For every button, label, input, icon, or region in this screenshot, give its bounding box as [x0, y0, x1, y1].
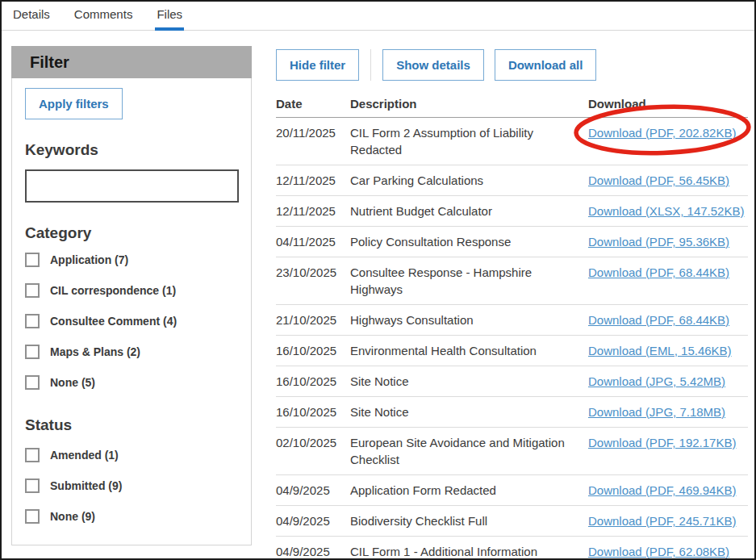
column-header-download: Download: [588, 97, 748, 111]
file-description: Environmental Health Consultation: [350, 342, 588, 359]
download-all-button[interactable]: Download all: [495, 49, 597, 81]
filter-panel-title: Filter: [11, 46, 252, 78]
table-row: 04/9/2025 Biodiversity Checklist Full Do…: [276, 506, 748, 537]
download-link[interactable]: Download (PDF, 68.44KB): [588, 313, 729, 327]
file-description: Nutrient Budget Calculator: [350, 203, 588, 219]
files-table-body: 20/11/2025 CIL Form 2 Assumption of Liab…: [276, 118, 748, 560]
file-date: 16/10/2025: [276, 342, 350, 359]
checkbox-application-7[interactable]: Application (7): [25, 253, 239, 267]
download-link[interactable]: Download (PDF, 95.36KB): [588, 235, 729, 249]
file-date: 12/11/2025: [276, 203, 350, 219]
download-link[interactable]: Download (PDF, 62.08KB): [588, 545, 729, 558]
tab-files[interactable]: Files: [155, 7, 184, 31]
toolbar-divider: [370, 49, 371, 81]
checkbox-icon[interactable]: [25, 509, 40, 524]
filter-panel-body: Apply filters Keywords Category Applicat…: [11, 78, 252, 545]
download-link[interactable]: Download (JPG, 7.18MB): [588, 405, 725, 419]
table-row: 23/10/2025 Consultee Response - Hampshir…: [276, 257, 748, 305]
column-header-description: Description: [350, 97, 588, 111]
table-header-row: Date Description Download: [276, 97, 748, 118]
table-row: 12/11/2025 Car Parking Calculations Down…: [276, 165, 748, 196]
tab-bar: DetailsCommentsFiles: [2, 2, 754, 31]
file-date: 12/11/2025: [276, 172, 350, 189]
download-link[interactable]: Download (PDF, 202.82KB): [588, 126, 736, 140]
file-date: 04/9/2025: [276, 512, 350, 529]
table-row: 16/10/2025 Site Notice Download (JPG, 5.…: [276, 366, 748, 397]
file-date: 04/9/2025: [276, 543, 350, 560]
download-link[interactable]: Download (PDF, 68.44KB): [588, 265, 729, 279]
file-date: 04/9/2025: [276, 482, 350, 499]
checkbox-none-5[interactable]: None (5): [25, 375, 239, 390]
tab-details[interactable]: Details: [11, 7, 52, 31]
download-link[interactable]: Download (PDF, 56.45KB): [588, 173, 729, 187]
download-link[interactable]: Download (PDF, 192.17KB): [588, 436, 736, 449]
keywords-input[interactable]: [25, 169, 239, 203]
checkbox-option-label: CIL correspondence (1): [50, 284, 176, 297]
download-link[interactable]: Download (PDF, 245.71KB): [588, 514, 736, 528]
file-description: Consultee Response - Hampshire Highways: [350, 264, 588, 298]
file-description: Site Notice: [350, 373, 588, 390]
tab-comments[interactable]: Comments: [73, 7, 135, 31]
column-header-date: Date: [276, 97, 350, 111]
file-date: 04/11/2025: [276, 233, 350, 250]
download-link[interactable]: Download (EML, 15.46KB): [588, 344, 732, 357]
file-date: 16/10/2025: [276, 373, 350, 390]
file-date: 02/10/2025: [276, 434, 350, 468]
checkbox-amended-1[interactable]: Amended (1): [25, 448, 239, 462]
file-date: 16/10/2025: [276, 403, 350, 420]
checkbox-none-9[interactable]: None (9): [25, 509, 239, 524]
table-row: 20/11/2025 CIL Form 2 Assumption of Liab…: [276, 118, 748, 165]
file-description: Car Parking Calculations: [350, 172, 588, 189]
checkbox-submitted-9[interactable]: Submitted (9): [25, 479, 239, 493]
apply-filters-button[interactable]: Apply filters: [25, 88, 123, 119]
file-date: 21/10/2025: [276, 311, 350, 328]
file-description: Policy Consultation Response: [350, 233, 588, 250]
file-description: CIL Form 1 - Additional Information: [350, 543, 588, 560]
checkbox-icon[interactable]: [25, 314, 40, 328]
status-options: Amended (1) Submitted (9) None (9): [25, 448, 239, 524]
file-description: European Site Avoidance and Mitigation C…: [350, 434, 588, 468]
table-row: 02/10/2025 European Site Avoidance and M…: [276, 428, 748, 475]
table-row: 21/10/2025 Highways Consultation Downloa…: [276, 305, 748, 336]
checkbox-option-label: None (5): [50, 376, 95, 389]
table-row: 04/11/2025 Policy Consultation Response …: [276, 227, 748, 257]
category-label: Category: [25, 224, 239, 242]
show-details-button[interactable]: Show details: [382, 49, 484, 81]
file-date: 20/11/2025: [276, 124, 350, 158]
checkbox-maps-plans-2[interactable]: Maps & Plans (2): [25, 345, 239, 359]
file-description: Biodiversity Checklist Full: [350, 512, 588, 529]
checkbox-option-label: Submitted (9): [50, 479, 122, 492]
page-content: Filter Apply filters Keywords Category A…: [2, 31, 754, 560]
category-options: Application (7) CIL correspondence (1) C…: [25, 253, 239, 390]
hide-filter-button[interactable]: Hide filter: [276, 49, 359, 81]
table-row: 16/10/2025 Site Notice Download (JPG, 7.…: [276, 397, 748, 428]
download-link[interactable]: Download (JPG, 5.42MB): [588, 374, 725, 388]
checkbox-option-label: Consultee Comment (4): [50, 315, 177, 328]
checkbox-icon[interactable]: [25, 448, 40, 462]
keywords-label: Keywords: [25, 141, 239, 159]
checkbox-icon[interactable]: [25, 375, 40, 390]
checkbox-cil-correspondence-1[interactable]: CIL correspondence (1): [25, 283, 239, 298]
checkbox-icon[interactable]: [25, 345, 40, 359]
file-description: CIL Form 2 Assumption of Liability Redac…: [350, 124, 588, 158]
file-description: Site Notice: [350, 403, 588, 420]
checkbox-option-label: None (9): [50, 510, 95, 523]
table-row: 12/11/2025 Nutrient Budget Calculator Do…: [276, 196, 748, 227]
filter-panel: Filter Apply filters Keywords Category A…: [11, 46, 252, 560]
checkbox-icon[interactable]: [25, 479, 40, 493]
files-page: DetailsCommentsFiles Filter Apply filter…: [0, 0, 756, 560]
file-date: 23/10/2025: [276, 264, 350, 298]
file-description: Highways Consultation: [350, 311, 588, 328]
table-row: 04/9/2025 Application Form Redacted Down…: [276, 475, 748, 506]
download-link[interactable]: Download (PDF, 469.94KB): [588, 483, 736, 497]
status-label: Status: [25, 416, 239, 434]
checkbox-option-label: Application (7): [50, 253, 128, 266]
checkbox-icon[interactable]: [25, 283, 40, 298]
file-description: Application Form Redacted: [350, 482, 588, 499]
checkbox-consultee-comment-4[interactable]: Consultee Comment (4): [25, 314, 239, 328]
checkbox-option-label: Maps & Plans (2): [50, 345, 140, 358]
download-link[interactable]: Download (XLSX, 147.52KB): [588, 204, 744, 218]
table-row: 04/9/2025 CIL Form 1 - Additional Inform…: [276, 537, 748, 560]
files-toolbar: Hide filterShow detailsDownload all: [276, 49, 748, 81]
checkbox-icon[interactable]: [25, 253, 40, 267]
